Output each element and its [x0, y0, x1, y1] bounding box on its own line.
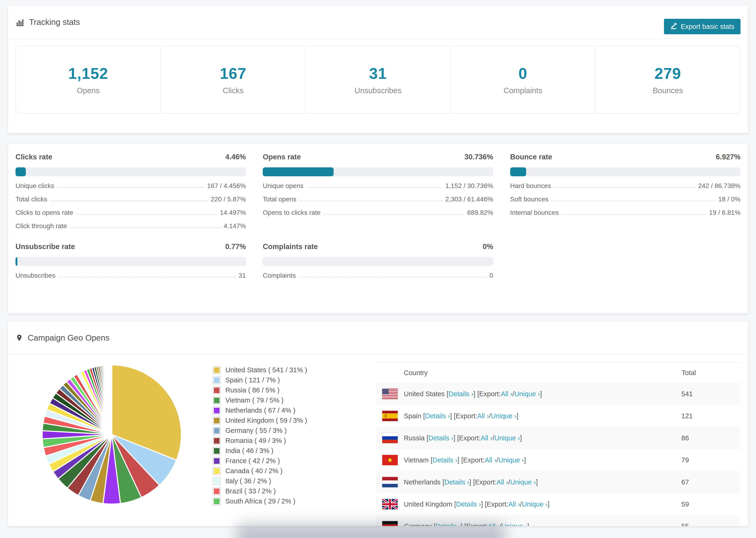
legend-label: South Africa ( 29 / 2% ) [225, 497, 296, 505]
legend-label: Vietnam ( 79 / 5% ) [225, 397, 284, 404]
legend-swatch [213, 376, 221, 384]
details-link[interactable]: Details › [456, 501, 481, 508]
details-link[interactable]: Details › [425, 412, 450, 420]
table-row-vietnam: Vietnam [Details ›] [Export: All › / Uni… [376, 449, 740, 471]
country-total: 541 [681, 383, 740, 405]
progress-bar [16, 167, 246, 176]
export-all-link[interactable]: All › [508, 501, 520, 508]
stat-box-opens: 1,152 Opens [16, 46, 160, 113]
stats-row: 1,152 Opens167 Clicks31 Unsubscribes0 Co… [16, 46, 740, 114]
dotted-leader [299, 201, 443, 201]
legend-label: Russia ( 86 / 5% ) [225, 386, 279, 394]
nl-flag-icon [382, 477, 398, 487]
legend-swatch [213, 397, 221, 404]
legend-label: France ( 42 / 2% ) [225, 457, 280, 465]
rate-detail-row: Hard bounces 242 / 86.738% [510, 182, 740, 190]
tracking-stats-title: Tracking stats [16, 17, 80, 27]
table-row-united-states: United States [Details ›] [Export: All ›… [376, 383, 740, 405]
offscreen-element-shadow [237, 524, 505, 538]
legend-swatch [213, 487, 221, 495]
ru-flag-icon [382, 433, 398, 443]
details-link[interactable]: Details › [428, 434, 453, 442]
dotted-leader [298, 277, 487, 278]
dotted-leader [58, 277, 236, 278]
export-all-link[interactable]: All › [477, 412, 489, 420]
table-row-spain: Spain [Details ›] [Export: All › / Uniqu… [376, 405, 740, 427]
export-unique-link[interactable]: Unique › [510, 478, 536, 486]
rate-percentage: 30.736% [464, 153, 493, 161]
table-row-netherlands: Netherlands [Details ›] [Export: All › /… [376, 471, 740, 493]
details-link[interactable]: Details › [449, 390, 473, 398]
rate-detail-row: Complaints 0 [263, 271, 493, 279]
rate-detail-row: Soft bounces 18 / 0% [510, 195, 740, 203]
rate-section-head: Clicks rate 4.46% [16, 153, 246, 161]
stat-value: 167 [220, 65, 246, 82]
legend-swatch [213, 437, 221, 445]
legend-item-canada: Canada ( 40 / 2% ) [213, 466, 375, 476]
rates-card: Clicks rate 4.46% Unique clicks 167 / 4.… [8, 144, 748, 314]
legend-item-united-states: United States ( 541 / 31% ) [213, 365, 375, 375]
map-pin-icon [16, 333, 23, 343]
geo-opens-title: Campaign Geo Opens [16, 333, 109, 343]
details-link[interactable]: Details › [445, 478, 469, 486]
export-all-link[interactable]: All › [485, 456, 496, 464]
table-header-row: Country Total [376, 362, 740, 383]
table-row-united-kingdom: United Kingdom [Details ›] [Export: All … [376, 493, 740, 515]
country-total: 59 [681, 493, 740, 515]
legend-item-vietnam: Vietnam ( 79 / 5% ) [213, 395, 375, 405]
legend-label: Spain ( 121 / 7% ) [225, 376, 280, 384]
rate-detail-row: Internal bounces 19 / 6.81% [510, 208, 740, 216]
stat-label: Bounces [653, 86, 683, 95]
export-all-link[interactable]: All › [481, 434, 492, 442]
legend-swatch [213, 427, 221, 435]
legend-swatch [213, 447, 221, 455]
rate-section-head: Complaints rate 0% [263, 242, 493, 251]
country-total: 121 [681, 405, 740, 427]
legend-item-brazil: Brazil ( 33 / 2% ) [213, 486, 375, 496]
export-unique-link[interactable]: Unique › [514, 390, 540, 398]
export-unique-link[interactable]: Unique › [522, 501, 548, 508]
legend-label: United States ( 541 / 31% ) [225, 366, 307, 374]
export-unique-link[interactable]: Unique › [498, 456, 524, 464]
bar-chart-icon [16, 18, 25, 27]
rate-detail-row: Unique opens 1,152 / 30.736% [263, 182, 493, 190]
geo-table-body: United States [Details ›] [Export: All ›… [376, 383, 740, 526]
legend-swatch [213, 406, 221, 414]
dotted-leader [554, 187, 695, 188]
dotted-leader [70, 228, 221, 228]
stat-label: Complaints [504, 86, 542, 95]
rate-section-bounce-rate: Bounce rate 6.927% Hard bounces 242 / 86… [510, 153, 740, 230]
country-total: 67 [681, 471, 740, 493]
export-unique-link[interactable]: Unique › [494, 434, 520, 442]
country-column-header: Country [376, 362, 681, 383]
geo-table: Country Total United States [Details ›] … [376, 362, 740, 526]
export-all-link[interactable]: All › [497, 478, 508, 486]
geo-legend: United States ( 541 / 31% ) Spain ( 121 … [208, 357, 375, 526]
es-flag-icon [382, 411, 398, 421]
country-total: 86 [681, 427, 740, 449]
export-basic-stats-button[interactable]: Export basic stats [664, 19, 740, 34]
dotted-leader [562, 214, 706, 215]
country-name: Vietnam [404, 456, 431, 464]
stat-box-complaints: 0 Complaints [450, 46, 595, 113]
legend-item-romania: Romania ( 49 / 3% ) [213, 436, 375, 446]
progress-bar [263, 257, 493, 266]
dotted-leader [76, 214, 217, 215]
country-total: 79 [681, 449, 740, 471]
stat-value: 1,152 [68, 65, 108, 82]
legend-item-south-africa: South Africa ( 29 / 2% ) [213, 496, 375, 506]
legend-swatch [213, 477, 221, 485]
legend-swatch [213, 417, 221, 425]
progress-bar-fill [16, 257, 17, 266]
rate-percentage: 4.46% [225, 153, 246, 161]
details-link[interactable]: Details › [432, 456, 458, 464]
export-all-link[interactable]: All › [501, 390, 513, 398]
stat-value: 279 [655, 65, 681, 82]
export-unique-link[interactable]: Unique › [491, 412, 517, 420]
country-name: Russia [404, 434, 427, 442]
country-name: United States [404, 390, 447, 398]
page-title: Tracking stats [29, 17, 80, 27]
rate-percentage: 0.77% [225, 242, 246, 251]
export-unique-link[interactable]: Unique › [502, 522, 527, 526]
legend-label: Netherlands ( 67 / 4% ) [225, 406, 296, 414]
